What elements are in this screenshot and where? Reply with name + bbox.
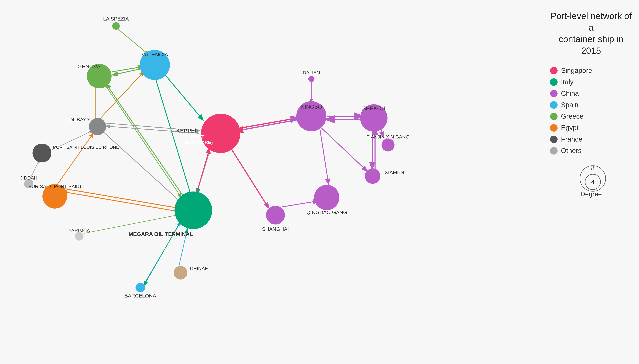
svg-line-11 — [236, 120, 298, 131]
degree-inner-value: 4 — [591, 179, 594, 185]
main-container: KEPPEL → EAST SINGAPORE) MEGARA OIL TERM… — [0, 0, 639, 364]
legend-dot-greece — [550, 113, 557, 120]
svg-line-24 — [103, 131, 181, 202]
label-megara: MEGARA OIL TERMINAL — [129, 231, 193, 237]
label-yarimca: YARIMCA — [69, 228, 90, 233]
label-dalian: DALIAN — [303, 70, 320, 76]
svg-line-27 — [55, 133, 93, 188]
legend-dot-italy — [550, 78, 557, 86]
label-tianjin: TIANJIN XIN GANG — [367, 134, 409, 140]
chart-title: Port-level network of acontainer ship in… — [550, 10, 632, 56]
label-jiddah: JIDDAH — [20, 175, 37, 180]
node-chinae — [174, 266, 187, 280]
node-qingdao — [314, 185, 339, 210]
svg-line-13 — [228, 144, 268, 207]
svg-line-17 — [320, 129, 328, 184]
label-barcelona: BARCELONA — [124, 293, 156, 298]
node-shanghai — [266, 206, 285, 224]
label-valencia: VALENCIA — [142, 52, 168, 58]
legend-item-china: China — [550, 90, 632, 97]
network-diagram: KEPPEL → EAST SINGAPORE) MEGARA OIL TERM… — [0, 0, 513, 364]
svg-line-18 — [372, 128, 373, 168]
legend-item-egypt: Egypt — [550, 124, 632, 132]
label-chinae: CHINAE — [190, 266, 208, 271]
node-barcelona — [136, 283, 145, 292]
legend-dot-spain — [550, 101, 557, 109]
node-tianjin — [381, 138, 394, 152]
legend-item-greece: Greece — [550, 112, 632, 120]
svg-line-4 — [106, 84, 185, 198]
legend-label-france: France — [561, 136, 582, 143]
node-east-singapore — [201, 114, 240, 153]
legend-item-singapore: Singapore — [550, 67, 632, 74]
legend-dot-china — [550, 90, 557, 97]
degree-legend: 8 4 Degree — [550, 165, 632, 198]
svg-text:SINGAPORE): SINGAPORE) — [182, 140, 213, 145]
legend-items: Singapore Italy China Spain Greece Egypt — [550, 67, 632, 154]
legend-item-others: Others — [550, 147, 632, 154]
label-bur-said: BUR SAID (PORT SAID) — [29, 184, 81, 189]
svg-line-10 — [234, 118, 298, 129]
label-keppel: KEPPEL → — [176, 128, 205, 134]
legend-item-spain: Spain — [550, 101, 632, 109]
label-shanghai: SHANGHAI — [262, 226, 289, 232]
svg-line-3 — [163, 72, 203, 120]
legend-dot-singapore — [550, 67, 557, 74]
svg-line-21 — [282, 201, 318, 207]
legend-label-egypt: Egypt — [561, 124, 578, 132]
node-megara — [175, 192, 212, 229]
svg-line-25 — [61, 188, 181, 208]
legend: Port-level network of acontainer ship in… — [550, 10, 632, 198]
legend-label-spain: Spain — [561, 101, 578, 109]
legend-dot-france — [550, 136, 557, 143]
legend-label-china: China — [561, 90, 579, 97]
label-qingdao: QINGDAO GANG — [306, 210, 347, 215]
svg-line-6 — [154, 74, 191, 194]
label-dubayy: DUBAYY — [69, 117, 90, 122]
legend-item-france: France — [550, 136, 632, 143]
svg-line-16 — [322, 128, 367, 171]
label-port-saint-louis: PORT SAINT LOUIS DU RHONE — [53, 145, 119, 150]
svg-line-26 — [62, 192, 181, 212]
label-genova: GENOVA — [78, 64, 101, 70]
label-xiamen: XIAMEN — [385, 170, 404, 175]
legend-label-singapore: Singapore — [561, 67, 592, 74]
degree-circles: 8 4 — [579, 165, 603, 189]
legend-label-italy: Italy — [561, 78, 573, 86]
degree-outer-value: 8 — [591, 165, 594, 172]
svg-line-35 — [197, 148, 210, 193]
node-la-spezia — [112, 22, 120, 30]
node-xiamen — [365, 168, 380, 184]
node-port-saint-louis — [33, 144, 51, 162]
label-shekou: SHEKOU — [362, 105, 385, 112]
node-yarimca — [75, 232, 84, 240]
legend-dot-others — [550, 147, 557, 154]
label-east-singapore: EAST — [191, 134, 204, 140]
svg-line-5 — [104, 84, 181, 198]
legend-dot-egypt — [550, 124, 557, 132]
legend-item-italy: Italy — [550, 78, 632, 86]
node-dalian — [308, 76, 314, 82]
legend-label-greece: Greece — [561, 112, 583, 120]
legend-label-others: Others — [561, 147, 581, 154]
svg-line-30 — [84, 214, 180, 234]
label-la-spezia: LA SPEZIA — [103, 16, 129, 22]
node-dubayy — [89, 118, 106, 135]
label-ningbo: NINGBO — [301, 104, 322, 110]
svg-line-2 — [116, 28, 149, 55]
